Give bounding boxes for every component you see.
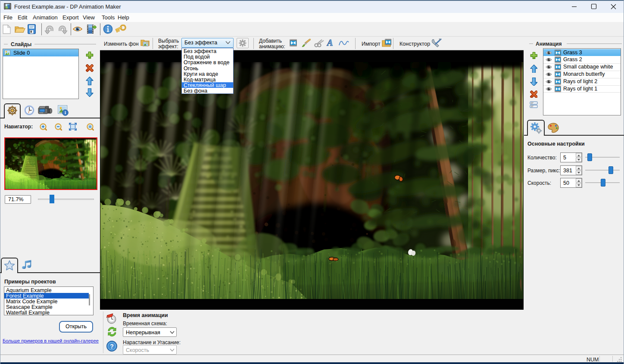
svg-text:?: ?: [110, 343, 114, 350]
